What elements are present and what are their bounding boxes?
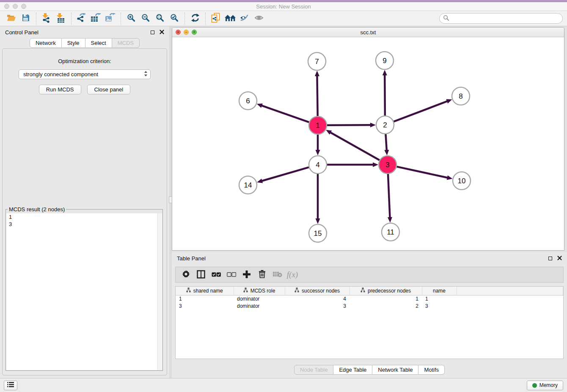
graph-node[interactable]: 14 xyxy=(239,176,257,194)
export-network-button[interactable] xyxy=(74,12,89,25)
close-panel-button[interactable]: Close panel xyxy=(87,85,131,94)
table-cell[interactable]: 1 xyxy=(176,295,234,302)
table-cell[interactable]: 2 xyxy=(350,302,422,309)
import-network-button[interactable] xyxy=(39,12,54,25)
table-cell[interactable]: dominator xyxy=(234,302,285,309)
run-mcds-button[interactable]: Run MCDS xyxy=(39,85,81,94)
zoom-in-button[interactable] xyxy=(124,12,138,25)
workspace: Control Panel Network Style Select MCDS … xyxy=(0,26,567,378)
table-cell[interactable]: 3 xyxy=(285,302,350,309)
show-all-button[interactable] xyxy=(252,12,266,25)
tab-select[interactable]: Select xyxy=(85,38,112,48)
zoom-out-button[interactable] xyxy=(138,12,153,25)
close-panel-icon[interactable] xyxy=(160,28,164,36)
table-row[interactable]: 1dominator411 xyxy=(176,295,563,302)
tab-mcds[interactable]: MCDS xyxy=(112,38,140,48)
add-column-button[interactable] xyxy=(240,268,253,282)
graph-node[interactable]: 15 xyxy=(309,224,327,242)
close-window-button[interactable] xyxy=(4,4,9,9)
first-neighbors-button[interactable] xyxy=(223,12,237,25)
criterion-value: strongly connected component xyxy=(23,71,98,77)
function-builder-button[interactable]: f(x) xyxy=(286,268,299,282)
unselect-all-columns-button[interactable] xyxy=(225,268,238,282)
save-session-button[interactable] xyxy=(19,12,33,25)
table-cell[interactable]: 1 xyxy=(422,295,457,302)
table-row[interactable]: 3dominator323 xyxy=(176,302,563,309)
graph-edge[interactable] xyxy=(396,167,452,180)
graph-edge[interactable] xyxy=(315,71,319,116)
hide-selection-button[interactable] xyxy=(237,12,252,25)
float-panel-icon[interactable] xyxy=(151,30,154,34)
memory-button[interactable]: Memory xyxy=(527,381,563,390)
show-columns-button[interactable] xyxy=(194,268,208,282)
table-settings-button[interactable] xyxy=(179,268,193,282)
column-header-shared-name[interactable]: shared name xyxy=(176,287,234,295)
graph-edge[interactable] xyxy=(383,70,387,116)
zoom-selected-button[interactable] xyxy=(167,12,182,25)
graph-edge[interactable] xyxy=(257,103,309,122)
graph-edge[interactable] xyxy=(257,167,309,183)
graph-edge[interactable] xyxy=(327,123,376,127)
network-canvas-svg[interactable]: 7968124314101511 xyxy=(172,37,564,250)
column-header-successor-nodes[interactable]: successor nodes xyxy=(285,287,350,295)
export-table-button[interactable] xyxy=(89,12,103,25)
graph-node[interactable]: 7 xyxy=(308,52,326,70)
tab-network[interactable]: Network xyxy=(30,38,62,48)
graph-edge[interactable] xyxy=(327,163,378,167)
zoom-window-button[interactable] xyxy=(21,4,26,9)
new-network-from-selection-button[interactable] xyxy=(209,12,223,25)
export-image-button[interactable] xyxy=(103,12,118,25)
graph-node[interactable]: 6 xyxy=(239,92,257,110)
graph-edge[interactable] xyxy=(316,135,320,155)
column-header-name[interactable]: name xyxy=(422,287,457,295)
table-cell[interactable]: dominator xyxy=(234,295,285,302)
tab-network-table[interactable]: Network Table xyxy=(372,365,418,375)
tab-motifs[interactable]: Motifs xyxy=(418,365,445,375)
table-cell[interactable]: 3 xyxy=(422,302,457,309)
tab-node-table[interactable]: Node Table xyxy=(294,365,334,375)
delete-columns-button[interactable] xyxy=(255,268,269,282)
graph-edge[interactable] xyxy=(394,99,452,121)
graph-node[interactable]: 9 xyxy=(376,52,394,69)
apply-layout-button[interactable] xyxy=(188,12,202,25)
network-close-button[interactable]: × xyxy=(176,30,181,35)
graph-edge[interactable] xyxy=(384,134,389,155)
minimize-window-button[interactable] xyxy=(13,4,18,9)
network-minimize-button[interactable]: − xyxy=(184,30,189,35)
mcds-result-list[interactable]: 1 3 xyxy=(6,213,162,370)
tab-edge-table[interactable]: Edge Table xyxy=(333,365,372,375)
show-log-button[interactable] xyxy=(4,381,17,390)
node-table[interactable]: shared nameMCDS rolesuccessor nodesprede… xyxy=(176,287,563,309)
graph-node[interactable]: 10 xyxy=(453,172,471,190)
delete-table-button[interactable] xyxy=(270,268,284,282)
graph-node[interactable]: 4 xyxy=(309,156,327,174)
import-table-button[interactable] xyxy=(54,12,68,25)
tab-style[interactable]: Style xyxy=(62,38,85,48)
graph-node[interactable]: 3 xyxy=(379,156,396,174)
graph-edge[interactable] xyxy=(388,174,392,223)
status-bar: Memory xyxy=(0,378,567,392)
search-input[interactable] xyxy=(451,15,559,22)
table-panel: Table Panel xyxy=(172,252,567,378)
open-file-button[interactable] xyxy=(4,12,19,25)
column-header-predecessor-nodes[interactable]: predecessor nodes xyxy=(350,287,422,295)
graph-node[interactable]: 8 xyxy=(452,87,470,105)
graph-node[interactable]: 2 xyxy=(376,116,394,134)
select-stepper-icon xyxy=(144,71,148,78)
mcds-result-scrollbar[interactable] xyxy=(157,213,162,370)
float-table-panel-icon[interactable] xyxy=(548,257,552,260)
graph-node[interactable]: 1 xyxy=(309,116,327,134)
table-cell[interactable]: 1 xyxy=(350,295,422,302)
graph-edge[interactable] xyxy=(316,174,320,224)
select-all-columns-button[interactable] xyxy=(209,268,223,282)
optimization-criterion-select[interactable]: strongly connected component xyxy=(19,69,151,79)
search-box[interactable] xyxy=(439,13,563,24)
zoom-fit-button[interactable] xyxy=(153,12,167,25)
network-zoom-button[interactable]: + xyxy=(192,30,197,35)
table-cell[interactable]: 3 xyxy=(176,302,234,309)
graph-edge[interactable] xyxy=(326,130,380,160)
close-table-panel-icon[interactable] xyxy=(557,254,562,262)
column-header-MCDS-role[interactable]: MCDS role xyxy=(234,287,285,295)
graph-node[interactable]: 11 xyxy=(382,223,399,241)
table-cell[interactable]: 4 xyxy=(285,295,350,302)
